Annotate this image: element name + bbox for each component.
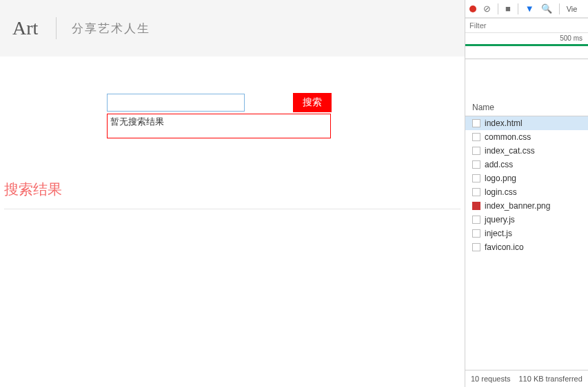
waterfall-area bbox=[465, 59, 588, 99]
file-name: common.css bbox=[485, 132, 531, 142]
file-name: favicon.ico bbox=[485, 242, 524, 252]
results-heading: 搜索结果 bbox=[4, 180, 465, 199]
tagline: 分享艺术人生 bbox=[72, 21, 150, 36]
divider bbox=[4, 209, 460, 209]
filter-icon[interactable]: ▼ bbox=[525, 3, 534, 14]
file-icon bbox=[472, 160, 480, 169]
devtools-panel: ⊘ ■ ▼ 🔍 Vie 500 ms Name index.htmlcommon… bbox=[465, 0, 588, 387]
clear-icon[interactable]: ⊘ bbox=[483, 3, 491, 14]
search-icon[interactable]: 🔍 bbox=[541, 3, 552, 14]
page-content: Art 分享艺术人生 搜索 暂无搜索结果 搜索结果 bbox=[0, 0, 465, 387]
file-name: login.css bbox=[485, 187, 517, 197]
search-row: 搜索 bbox=[107, 93, 465, 112]
filter-input[interactable] bbox=[465, 18, 588, 33]
file-icon bbox=[472, 147, 480, 155]
transferred-size: 110 KB transferred bbox=[518, 375, 582, 383]
timeline-bar bbox=[465, 44, 588, 46]
file-icon bbox=[472, 243, 480, 251]
timeline[interactable]: 500 ms bbox=[465, 33, 588, 59]
file-row[interactable]: common.css bbox=[465, 130, 588, 144]
file-icon bbox=[472, 229, 480, 238]
file-icon bbox=[472, 133, 480, 141]
file-name: add.css bbox=[485, 160, 513, 169]
file-icon bbox=[472, 216, 480, 224]
file-icon bbox=[472, 174, 480, 182]
file-row[interactable]: index_banner.png bbox=[465, 199, 588, 213]
search-dropdown: 暂无搜索结果 bbox=[107, 114, 331, 138]
status-bar: 10 requests 110 KB transferred bbox=[465, 370, 588, 387]
brand-logo: Art bbox=[12, 17, 57, 39]
file-row[interactable]: index_cat.css bbox=[465, 144, 588, 158]
search-button[interactable]: 搜索 bbox=[293, 93, 332, 112]
file-name: index_banner.png bbox=[485, 201, 550, 211]
search-input[interactable] bbox=[107, 94, 245, 112]
file-name: logo.png bbox=[485, 174, 516, 183]
file-row[interactable]: favicon.ico bbox=[465, 240, 588, 254]
name-column-header[interactable]: Name bbox=[465, 99, 588, 116]
file-row[interactable]: add.css bbox=[465, 158, 588, 171]
camera-icon[interactable]: ■ bbox=[505, 3, 511, 14]
file-name: inject.js bbox=[485, 229, 512, 238]
file-row[interactable]: logo.png bbox=[465, 171, 588, 185]
separator bbox=[518, 3, 518, 14]
view-label: Vie bbox=[567, 5, 578, 13]
record-icon[interactable] bbox=[469, 6, 476, 12]
file-icon bbox=[472, 119, 480, 127]
search-area: 搜索 暂无搜索结果 bbox=[107, 93, 465, 138]
file-row[interactable]: inject.js bbox=[465, 227, 588, 240]
file-icon bbox=[472, 202, 480, 210]
file-row[interactable]: login.css bbox=[465, 185, 588, 199]
file-row[interactable]: index.html bbox=[465, 116, 588, 130]
timeline-label: 500 ms bbox=[560, 34, 582, 42]
file-icon bbox=[472, 188, 480, 196]
page-header: Art 分享艺术人生 bbox=[0, 0, 465, 56]
file-name: index_cat.css bbox=[485, 146, 535, 156]
separator bbox=[498, 3, 498, 14]
file-name: index.html bbox=[485, 118, 523, 128]
network-file-list: index.htmlcommon.cssindex_cat.cssadd.css… bbox=[465, 116, 588, 370]
file-row[interactable]: jquery.js bbox=[465, 213, 588, 227]
file-name: jquery.js bbox=[485, 215, 515, 224]
requests-count: 10 requests bbox=[471, 375, 510, 383]
devtools-toolbar: ⊘ ■ ▼ 🔍 Vie bbox=[465, 0, 588, 18]
separator bbox=[559, 3, 560, 14]
